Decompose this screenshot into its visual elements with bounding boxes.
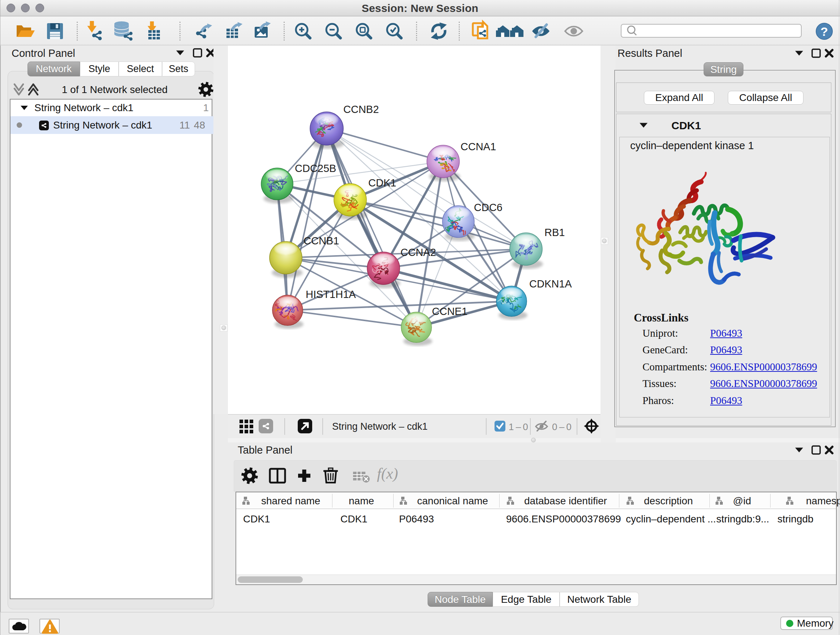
svg-text:CCNB2: CCNB2	[343, 103, 379, 115]
svg-text:CCNB1: CCNB1	[303, 235, 339, 247]
svg-text:CDC25B: CDC25B	[295, 163, 336, 174]
svg-text:CDC6: CDC6	[474, 202, 502, 213]
svg-text:CCNA2: CCNA2	[401, 247, 436, 258]
svg-text:CCNE1: CCNE1	[432, 306, 467, 317]
svg-text:CCNA1: CCNA1	[461, 141, 496, 152]
svg-text:CDK1: CDK1	[368, 177, 396, 188]
svg-text:HIST1H1A: HIST1H1A	[306, 288, 356, 300]
svg-text:RB1: RB1	[545, 226, 565, 238]
svg-text:CDKN1A: CDKN1A	[529, 278, 572, 290]
